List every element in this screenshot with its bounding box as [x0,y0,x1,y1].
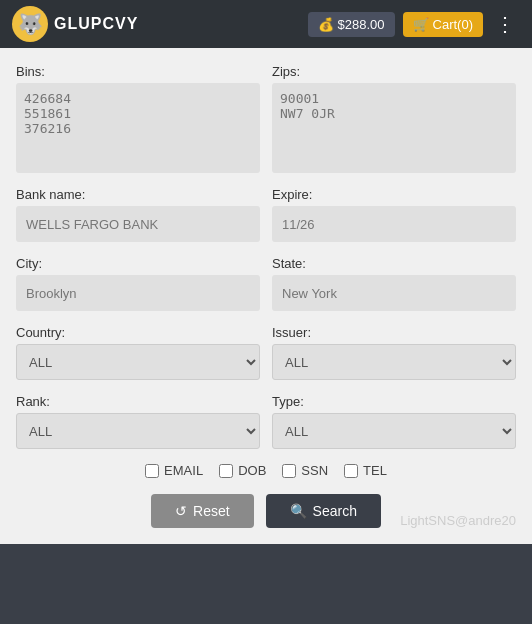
expire-input[interactable] [272,206,516,242]
cart-label: Cart(0) [433,17,473,32]
city-state-row: City: State: [16,256,516,311]
search-icon: 🔍 [290,503,307,519]
zips-label: Zips: [272,64,516,79]
tel-checkbox[interactable] [344,464,358,478]
checkboxes-row: EMAIL DOB SSN TEL [16,463,516,478]
cart-icon: 🛒 [413,17,429,32]
type-label: Type: [272,394,516,409]
main-form: Bins: Zips: Bank name: Expire: City: Sta… [0,48,532,544]
reset-button[interactable]: ↺ Reset [151,494,254,528]
bankname-group: Bank name: [16,187,260,242]
issuer-select[interactable]: ALL [272,344,516,380]
country-select[interactable]: ALL [16,344,260,380]
balance-button[interactable]: 💰 $288.00 [308,12,395,37]
bankname-expire-row: Bank name: Expire: [16,187,516,242]
reset-icon: ↺ [175,503,187,519]
logo-text: GLUPCVY [54,15,138,33]
dob-checkbox-label[interactable]: DOB [219,463,266,478]
email-checkbox-label[interactable]: EMAIL [145,463,203,478]
expire-label: Expire: [272,187,516,202]
ssn-checkbox[interactable] [282,464,296,478]
state-group: State: [272,256,516,311]
rank-label: Rank: [16,394,260,409]
zips-textarea[interactable] [272,83,516,173]
coin-icon: 💰 [318,17,334,32]
issuer-label: Issuer: [272,325,516,340]
bins-group: Bins: [16,64,260,173]
issuer-group: Issuer: ALL [272,325,516,380]
state-input[interactable] [272,275,516,311]
partial-overflow-text: LightSNS@andre20 [400,513,516,528]
balance-amount: $288.00 [338,17,385,32]
country-issuer-row: Country: ALL Issuer: ALL [16,325,516,380]
logo-icon: 🐺 [12,6,48,42]
bins-textarea[interactable] [16,83,260,173]
bins-zips-row: Bins: Zips: [16,64,516,173]
search-button[interactable]: 🔍 Search [266,494,381,528]
ssn-checkbox-label[interactable]: SSN [282,463,328,478]
bins-label: Bins: [16,64,260,79]
cart-button[interactable]: 🛒 Cart(0) [403,12,483,37]
email-checkbox[interactable] [145,464,159,478]
email-checkbox-text: EMAIL [164,463,203,478]
header: 🐺 GLUPCVY 💰 $288.00 🛒 Cart(0) ⋮ [0,0,532,48]
city-input[interactable] [16,275,260,311]
tel-checkbox-text: TEL [363,463,387,478]
tel-checkbox-label[interactable]: TEL [344,463,387,478]
state-label: State: [272,256,516,271]
bankname-label: Bank name: [16,187,260,202]
rank-select[interactable]: ALL [16,413,260,449]
more-icon: ⋮ [495,13,516,35]
zips-group: Zips: [272,64,516,173]
action-row: ↺ Reset 🔍 Search LightSNS@andre20 [16,494,516,528]
type-select[interactable]: ALL [272,413,516,449]
search-label: Search [313,503,357,519]
rank-type-row: Rank: ALL Type: ALL [16,394,516,449]
dob-checkbox-text: DOB [238,463,266,478]
logo-area: 🐺 GLUPCVY [12,6,300,42]
dob-checkbox[interactable] [219,464,233,478]
country-group: Country: ALL [16,325,260,380]
type-group: Type: ALL [272,394,516,449]
rank-group: Rank: ALL [16,394,260,449]
reset-label: Reset [193,503,230,519]
header-buttons: 💰 $288.00 🛒 Cart(0) ⋮ [308,12,520,37]
ssn-checkbox-text: SSN [301,463,328,478]
city-group: City: [16,256,260,311]
bankname-input[interactable] [16,206,260,242]
more-button[interactable]: ⋮ [491,12,520,36]
city-label: City: [16,256,260,271]
expire-group: Expire: [272,187,516,242]
country-label: Country: [16,325,260,340]
